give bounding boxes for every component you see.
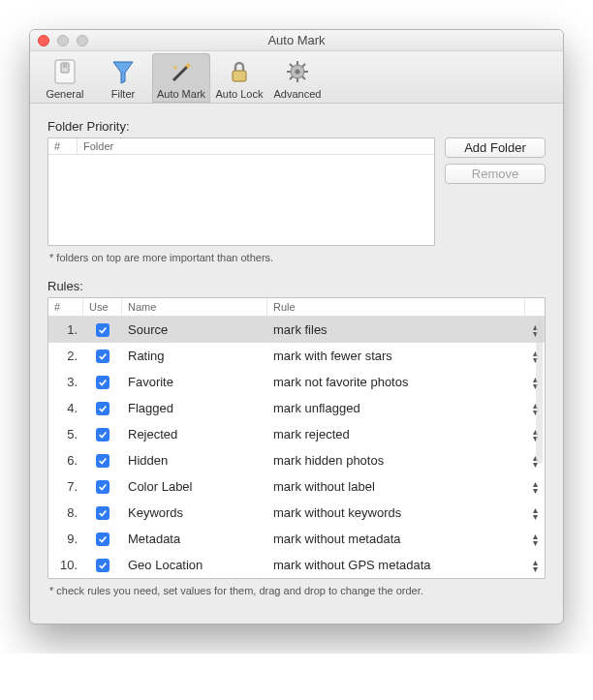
- minimize-icon[interactable]: [57, 35, 69, 46]
- row-number: 6.: [48, 453, 83, 468]
- checkbox[interactable]: [96, 323, 109, 337]
- col-rule[interactable]: Rule: [267, 298, 525, 316]
- tab-label: General: [36, 88, 94, 100]
- folder-table-header: # Folder: [48, 138, 434, 155]
- table-row[interactable]: 1.Sourcemark files▴▾: [48, 317, 545, 343]
- use-cell: [83, 454, 122, 468]
- stepper-icon[interactable]: ▴▾: [525, 533, 545, 546]
- row-number: 8.: [48, 505, 83, 520]
- checkbox[interactable]: [96, 559, 109, 572]
- prefs-toolbar: General Filter Auto Mark Auto Lock Advan…: [30, 51, 563, 104]
- row-number: 7.: [48, 479, 83, 494]
- checkbox[interactable]: [96, 350, 109, 363]
- checkbox[interactable]: [96, 376, 109, 389]
- tab-auto-lock[interactable]: Auto Lock: [210, 53, 268, 103]
- checkbox[interactable]: [96, 454, 109, 468]
- close-icon[interactable]: [38, 35, 49, 46]
- table-row[interactable]: 3.Favoritemark not favorite photos▴▾: [48, 369, 545, 395]
- svg-rect-2: [63, 64, 67, 68]
- rules-hint: * check rules you need, set values for t…: [49, 585, 546, 596]
- table-row[interactable]: 8.Keywordsmark without keywords▴▾: [48, 500, 545, 526]
- checkbox[interactable]: [96, 402, 109, 415]
- zoom-icon[interactable]: [77, 35, 88, 46]
- stepper-icon[interactable]: ▴▾: [525, 480, 545, 494]
- use-cell: [83, 559, 122, 572]
- tab-label: Filter: [94, 88, 152, 100]
- remove-folder-button[interactable]: Remove: [445, 164, 546, 184]
- rule-desc: mark files: [267, 322, 525, 337]
- svg-line-12: [302, 76, 305, 79]
- folder-priority-table[interactable]: # Folder: [47, 137, 435, 246]
- rule-desc: mark unflagged: [267, 401, 525, 415]
- checkbox[interactable]: [96, 506, 109, 520]
- svg-line-11: [290, 64, 293, 67]
- stepper-icon[interactable]: ▴▾: [525, 506, 545, 520]
- tab-label: Auto Lock: [210, 88, 268, 100]
- checkbox[interactable]: [96, 428, 109, 441]
- row-number: 5.: [48, 427, 83, 441]
- col-use[interactable]: Use: [83, 298, 122, 316]
- use-cell: [83, 428, 122, 441]
- rules-table-body: 1.Sourcemark files▴▾2.Ratingmark with fe…: [48, 317, 545, 578]
- gear-icon: [282, 57, 313, 86]
- rule-name: Rating: [122, 349, 267, 363]
- rule-name: Flagged: [122, 401, 267, 415]
- table-row[interactable]: 2.Ratingmark with fewer stars▴▾: [48, 343, 545, 369]
- tab-label: Advanced: [268, 88, 327, 100]
- scrollbar-thumb[interactable]: [536, 319, 543, 464]
- checkbox[interactable]: [96, 480, 109, 494]
- row-number: 9.: [48, 532, 83, 546]
- rule-name: Metadata: [122, 532, 267, 546]
- col-number[interactable]: #: [48, 138, 78, 154]
- content-area: Folder Priority: # Folder Add Folder Rem…: [30, 104, 563, 624]
- use-cell: [83, 376, 122, 389]
- tab-general[interactable]: General: [36, 53, 94, 103]
- rules-table-header: # Use Name Rule: [48, 298, 545, 317]
- folder-priority-label: Folder Priority:: [47, 119, 546, 134]
- use-cell: [83, 402, 122, 415]
- row-number: 1.: [48, 322, 83, 337]
- rule-name: Hidden: [122, 453, 267, 468]
- col-name[interactable]: Name: [122, 298, 267, 316]
- tab-filter[interactable]: Filter: [94, 53, 152, 103]
- lock-icon: [224, 57, 255, 86]
- titlebar: Auto Mark: [30, 30, 563, 51]
- row-number: 2.: [48, 349, 83, 363]
- col-folder[interactable]: Folder: [78, 138, 434, 154]
- row-number: 10.: [48, 558, 83, 572]
- rule-name: Color Label: [122, 479, 267, 494]
- stepper-icon[interactable]: ▴▾: [525, 559, 545, 572]
- use-cell: [83, 506, 122, 520]
- table-row[interactable]: 4.Flaggedmark unflagged▴▾: [48, 395, 545, 421]
- checkbox[interactable]: [96, 533, 109, 546]
- wand-icon: [166, 57, 197, 86]
- rule-desc: mark hidden photos: [267, 453, 525, 468]
- use-cell: [83, 533, 122, 546]
- rule-desc: mark without label: [267, 479, 525, 494]
- table-row[interactable]: 10.Geo Locationmark without GPS metadata…: [48, 552, 545, 578]
- tab-label: Auto Mark: [152, 88, 210, 100]
- rule-desc: mark with fewer stars: [267, 349, 525, 363]
- preferences-window: Auto Mark General Filter Auto Mark Auto …: [29, 29, 564, 624]
- rule-name: Source: [122, 322, 267, 337]
- col-spacer: [525, 304, 545, 310]
- rule-desc: mark rejected: [267, 427, 525, 441]
- table-row[interactable]: 6.Hiddenmark hidden photos▴▾: [48, 447, 545, 473]
- window-controls: [38, 35, 88, 46]
- svg-line-13: [302, 64, 305, 67]
- add-folder-button[interactable]: Add Folder: [445, 137, 546, 158]
- table-row[interactable]: 7.Color Labelmark without label▴▾: [48, 473, 545, 500]
- col-number[interactable]: #: [48, 298, 83, 316]
- rules-table: # Use Name Rule 1.Sourcemark files▴▾2.Ra…: [47, 297, 546, 579]
- tab-advanced[interactable]: Advanced: [268, 53, 327, 103]
- rule-name: Favorite: [122, 375, 267, 389]
- rule-name: Rejected: [122, 427, 267, 441]
- tab-auto-mark[interactable]: Auto Mark: [152, 53, 210, 103]
- svg-rect-4: [233, 71, 246, 81]
- table-row[interactable]: 5.Rejectedmark rejected▴▾: [48, 421, 545, 447]
- table-row[interactable]: 9.Metadatamark without metadata▴▾: [48, 526, 545, 552]
- rule-desc: mark without metadata: [267, 532, 525, 546]
- svg-line-14: [290, 76, 293, 79]
- funnel-icon: [108, 57, 139, 86]
- switch-icon: [49, 57, 80, 86]
